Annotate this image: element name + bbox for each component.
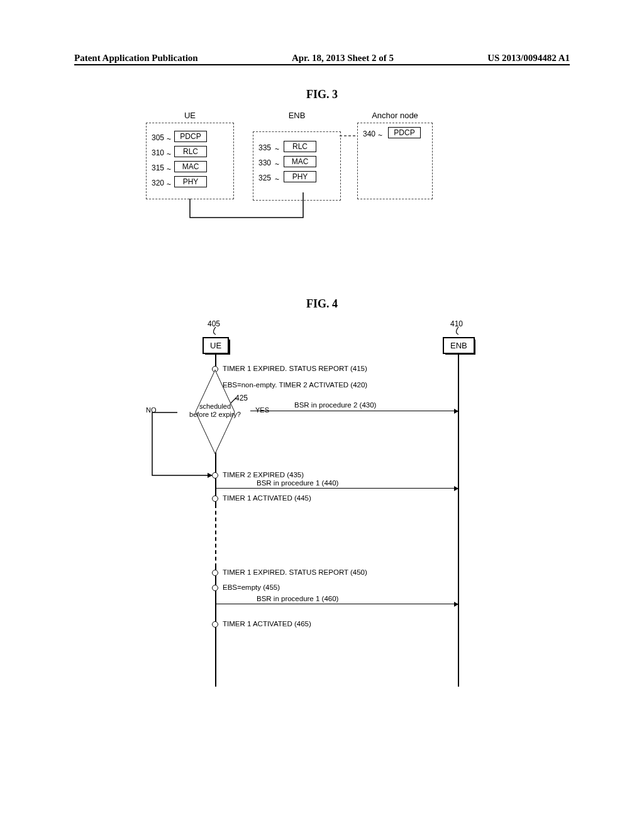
- layer-pdcp-anchor: PDCP: [388, 127, 421, 138]
- enb-node: ENB 335 ~ RLC 330 ~ MAC 325 ~ PHY: [253, 111, 341, 201]
- layer-rlc-ue: RLC: [174, 146, 207, 157]
- msg-440-line: [216, 488, 458, 489]
- event-445-marker: [212, 495, 218, 502]
- ref-305: 305: [152, 133, 164, 142]
- header-right: US 2013/0094482 A1: [487, 53, 570, 64]
- header-rule: [74, 64, 570, 65]
- fig4-diagram: 405 UE 410 ENB TIMER 1 EXPIRED. STATUS R…: [162, 319, 472, 690]
- header-center: Apr. 18, 2013 Sheet 2 of 5: [292, 53, 394, 64]
- msg-460-line: [216, 604, 458, 604]
- event-415: TIMER 1 EXPIRED. STATUS REPORT (415): [223, 365, 367, 372]
- enb-anchor-connector: [340, 132, 365, 140]
- fig3-title: FIG. 3: [0, 88, 644, 101]
- event-455-marker: [212, 585, 218, 591]
- event-450: TIMER 1 EXPIRED. STATUS REPORT (450): [223, 568, 367, 576]
- anchor-title: Anchor node: [357, 111, 433, 120]
- fig3-diagram: UE 305 ~ PDCP 310 ~ RLC 315 ~ MAC 320 ~ …: [146, 111, 435, 243]
- no-branch-path: [150, 410, 219, 479]
- enb-lifeline: [458, 353, 459, 687]
- decision-yes: YES: [255, 406, 269, 414]
- ref-320: 320: [152, 179, 164, 187]
- decision-text-l1: scheduled: [199, 402, 231, 410]
- enb-lane-label: ENB: [450, 341, 467, 350]
- layer-phy-ue: PHY: [174, 176, 207, 187]
- ue-enb-connector: [184, 192, 309, 230]
- event-435: TIMER 2 EXPIRED (435): [223, 471, 304, 479]
- ref-335: 335: [258, 143, 271, 152]
- layer-phy-enb: PHY: [284, 171, 316, 182]
- ue-title: UE: [146, 111, 234, 120]
- event-465-marker: [212, 621, 218, 628]
- ue-lane-label: UE: [210, 341, 221, 350]
- msg-430-line: [250, 411, 458, 411]
- anchor-node: Anchor node 340 ~ PDCP: [357, 111, 433, 199]
- ue-lifeline-dashed: [215, 504, 216, 567]
- event-445: TIMER 1 ACTIVATED (445): [223, 494, 311, 502]
- msg-440: BSR in procedure 1 (440): [257, 479, 338, 487]
- msg-460: BSR in procedure 1 (460): [257, 595, 338, 602]
- event-435-marker: [212, 472, 218, 479]
- page-header: Patent Application Publication Apr. 18, …: [74, 53, 570, 64]
- ref-325: 325: [258, 174, 271, 182]
- header-left: Patent Application Publication: [74, 53, 198, 64]
- ref-340: 340: [363, 130, 375, 138]
- msg-430: BSR in procedure 2 (430): [294, 401, 376, 409]
- ue-node: UE 305 ~ PDCP 310 ~ RLC 315 ~ MAC 320 ~ …: [146, 111, 234, 199]
- ref-315: 315: [152, 163, 164, 172]
- layer-rlc-enb: RLC: [284, 141, 316, 152]
- ref-310: 310: [152, 148, 164, 157]
- layer-pdcp-ue: PDCP: [174, 131, 207, 142]
- enb-box: 335 ~ RLC 330 ~ MAC 325 ~ PHY: [253, 131, 341, 201]
- anchor-box: 340 ~ PDCP: [357, 123, 433, 199]
- enb-title: ENB: [253, 111, 341, 120]
- event-420: EBS=non-empty. TIMER 2 ACTIVATED (420): [223, 381, 367, 389]
- event-465: TIMER 1 ACTIVATED (465): [223, 620, 311, 628]
- enb-lane-head: ENB: [443, 337, 475, 354]
- event-455: EBS=empty (455): [223, 584, 280, 591]
- layer-mac-ue: MAC: [174, 161, 207, 172]
- ue-lane-head: UE: [203, 337, 229, 354]
- layer-mac-enb: MAC: [284, 156, 316, 167]
- ref-330: 330: [258, 158, 271, 167]
- event-450-marker: [212, 570, 218, 576]
- ue-box: 305 ~ PDCP 310 ~ RLC 315 ~ MAC 320 ~ PHY: [146, 123, 234, 199]
- fig4-title: FIG. 4: [0, 297, 644, 311]
